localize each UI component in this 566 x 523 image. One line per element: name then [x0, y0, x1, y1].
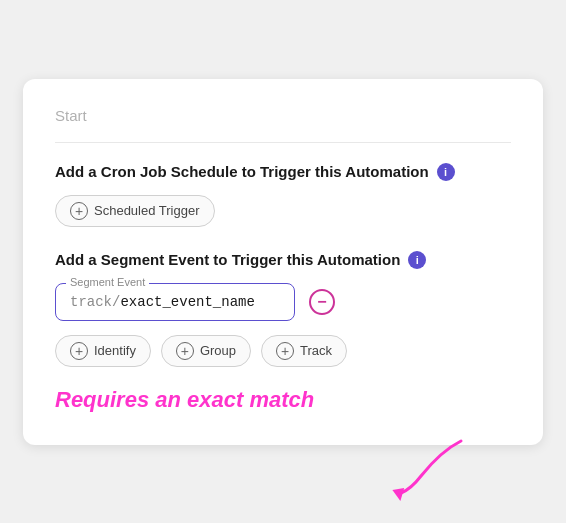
- group-plus-icon: +: [176, 342, 194, 360]
- group-label: Group: [200, 343, 236, 358]
- main-card: Start Add a Cron Job Schedule to Trigger…: [23, 79, 543, 445]
- segment-section-header: Add a Segment Event to Trigger this Auto…: [55, 251, 511, 269]
- segment-input-value: track/exact_event_name: [70, 294, 280, 310]
- segment-section: Add a Segment Event to Trigger this Auto…: [55, 251, 511, 413]
- divider: [55, 142, 511, 143]
- segment-info-icon[interactable]: i: [408, 251, 426, 269]
- cron-section-header: Add a Cron Job Schedule to Trigger this …: [55, 163, 511, 181]
- track-label: Track: [300, 343, 332, 358]
- event-buttons-row: + Identify + Group + Track: [55, 335, 511, 367]
- scheduled-trigger-plus-icon: +: [70, 202, 88, 220]
- track-button[interactable]: + Track: [261, 335, 347, 367]
- scheduled-trigger-label: Scheduled Trigger: [94, 203, 200, 218]
- scheduled-trigger-button[interactable]: + Scheduled Trigger: [55, 195, 215, 227]
- input-placeholder: exact_event_name: [120, 294, 254, 310]
- identify-label: Identify: [94, 343, 136, 358]
- track-plus-icon: +: [276, 342, 294, 360]
- remove-segment-button[interactable]: −: [309, 289, 335, 315]
- arrow-annotation: [381, 431, 481, 511]
- cron-info-icon[interactable]: i: [437, 163, 455, 181]
- segment-section-title: Add a Segment Event to Trigger this Auto…: [55, 251, 400, 268]
- segment-input-wrapper: Segment Event track/exact_event_name −: [55, 283, 511, 321]
- svg-marker-0: [392, 488, 406, 502]
- cron-section-title: Add a Cron Job Schedule to Trigger this …: [55, 163, 429, 180]
- segment-input-container[interactable]: Segment Event track/exact_event_name: [55, 283, 295, 321]
- input-prefix: track/: [70, 294, 120, 310]
- start-label: Start: [55, 107, 511, 124]
- group-button[interactable]: + Group: [161, 335, 251, 367]
- segment-input-label: Segment Event: [66, 276, 149, 288]
- identify-plus-icon: +: [70, 342, 88, 360]
- exact-match-label: Requires an exact match: [55, 387, 511, 413]
- identify-button[interactable]: + Identify: [55, 335, 151, 367]
